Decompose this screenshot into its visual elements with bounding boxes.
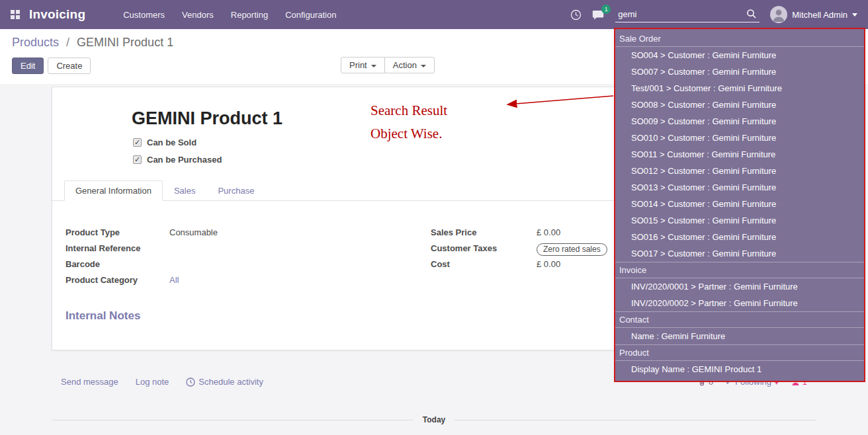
nav-menu: Customers Vendors Reporting Configuratio… bbox=[114, 1, 345, 28]
search-result-item[interactable]: Test/001 > Customer : Gemini Furniture bbox=[615, 80, 864, 97]
product-type-value: Consumable bbox=[169, 227, 218, 237]
schedule-activity-button[interactable]: Schedule activity bbox=[186, 377, 263, 387]
divider-line bbox=[52, 420, 413, 420]
action-buttons: Print Action bbox=[341, 57, 435, 73]
user-name: Mitchell Admin bbox=[792, 10, 847, 20]
search-result-item[interactable]: SO016 > Customer : Gemini Furniture bbox=[615, 229, 864, 245]
menu-vendors[interactable]: Vendors bbox=[173, 1, 222, 28]
can-be-purchased-label: Can be Purchased bbox=[147, 155, 222, 165]
search-result-item[interactable]: SO014 > Customer : Gemini Furniture bbox=[615, 196, 864, 212]
search-result-item[interactable]: Name : Gemini Furniture bbox=[615, 328, 864, 344]
sales-price-value: £ 0.00 bbox=[537, 227, 560, 237]
field-group-left: Product Type Consumable Internal Referen… bbox=[65, 227, 431, 291]
search-results-dropdown: Sale Order SO004 > Customer : Gemini Fur… bbox=[614, 28, 865, 382]
breadcrumb-current: GEMINI Product 1 bbox=[77, 36, 173, 49]
user-menu[interactable]: Mitchell Admin bbox=[770, 6, 857, 23]
today-divider: Today bbox=[52, 415, 816, 424]
search-result-item[interactable]: SO010 > Customer : Gemini Furniture bbox=[615, 130, 864, 146]
field-product-category: Product Category All bbox=[65, 275, 431, 288]
apps-menu-icon[interactable] bbox=[11, 10, 20, 19]
search-result-item[interactable]: SO009 > Customer : Gemini Furniture bbox=[615, 113, 864, 130]
tab-general-information[interactable]: General Information bbox=[64, 180, 163, 201]
search-result-item[interactable]: SO011 > Customer : Gemini Furniture bbox=[615, 146, 864, 163]
annotation-arrow-icon bbox=[499, 91, 617, 112]
create-button[interactable]: Create bbox=[48, 58, 91, 74]
send-message-button[interactable]: Send message bbox=[61, 377, 118, 387]
can-be-sold-label: Can be Sold bbox=[147, 138, 196, 147]
top-navbar: Invoicing Customers Vendors Reporting Co… bbox=[0, 0, 868, 29]
action-dropdown-button[interactable]: Action bbox=[384, 57, 435, 73]
annotation-text: Search Result Object Wise. bbox=[370, 99, 447, 145]
search-result-item[interactable]: SO007 > Customer : Gemini Furniture bbox=[615, 63, 864, 80]
search-group-product: Product Display Name : GEMINI Product 1 bbox=[615, 344, 864, 377]
search-group-sale-order: Sale Order SO004 > Customer : Gemini Fur… bbox=[615, 31, 864, 262]
cost-value: £ 0.00 bbox=[537, 259, 560, 269]
messages-badge: 1 bbox=[601, 5, 611, 14]
chevron-down-icon bbox=[371, 65, 376, 67]
search-result-item[interactable]: Display Name : GEMINI Product 1 bbox=[615, 361, 864, 377]
search-result-item[interactable]: SO004 > Customer : Gemini Furniture bbox=[615, 47, 864, 63]
customer-tax-tag: Zero rated sales bbox=[537, 243, 607, 256]
activities-clock-icon[interactable] bbox=[570, 9, 582, 20]
search-group-invoice: Invoice INV/2020/0001 > Partner : Gemini… bbox=[615, 262, 864, 311]
navbar-search bbox=[615, 7, 760, 22]
search-result-item[interactable]: INV/2020/0002 > Partner : Gemini Furnitu… bbox=[615, 295, 864, 311]
chevron-down-icon bbox=[421, 65, 426, 67]
menu-customers[interactable]: Customers bbox=[114, 1, 173, 28]
edit-button[interactable]: Edit bbox=[12, 58, 44, 74]
can-be-purchased-checkbox[interactable]: ✓ bbox=[133, 155, 142, 164]
clock-icon bbox=[186, 377, 195, 387]
divider-line bbox=[455, 420, 816, 420]
search-result-item[interactable]: SO012 > Customer : Gemini Furniture bbox=[615, 163, 864, 179]
can-be-sold-checkbox[interactable]: ✓ bbox=[133, 138, 142, 147]
search-icon[interactable] bbox=[746, 9, 757, 21]
menu-configuration[interactable]: Configuration bbox=[277, 1, 345, 28]
messages-icon[interactable]: 1 bbox=[592, 9, 605, 20]
search-group-header: Product bbox=[615, 345, 864, 361]
menu-reporting[interactable]: Reporting bbox=[222, 1, 277, 28]
tab-sales[interactable]: Sales bbox=[163, 180, 207, 201]
search-input[interactable] bbox=[615, 7, 760, 22]
app-name[interactable]: Invoicing bbox=[29, 7, 85, 22]
navbar-right: 1 Mitchell Admin bbox=[570, 6, 857, 23]
field-product-type: Product Type Consumable bbox=[65, 227, 431, 240]
breadcrumb-products-link[interactable]: Products bbox=[12, 36, 59, 49]
chevron-down-icon bbox=[852, 13, 857, 17]
product-category-link[interactable]: All bbox=[169, 275, 179, 285]
search-result-item[interactable]: SO013 > Customer : Gemini Furniture bbox=[615, 179, 864, 196]
field-barcode: Barcode bbox=[65, 259, 431, 272]
search-group-header: Invoice bbox=[615, 262, 864, 278]
tab-purchase[interactable]: Purchase bbox=[206, 180, 265, 201]
search-group-header: Sale Order bbox=[615, 31, 864, 47]
search-result-item[interactable]: SO015 > Customer : Gemini Furniture bbox=[615, 212, 864, 229]
search-result-item[interactable]: INV/2020/0001 > Partner : Gemini Furnitu… bbox=[615, 278, 864, 295]
search-group-contact: Contact Name : Gemini Furniture bbox=[615, 311, 864, 344]
user-avatar bbox=[770, 6, 787, 23]
search-result-item[interactable]: SO017 > Customer : Gemini Furniture bbox=[615, 245, 864, 262]
breadcrumb-separator: / bbox=[66, 36, 69, 49]
search-result-item[interactable]: SO008 > Customer : Gemini Furniture bbox=[615, 97, 864, 113]
print-dropdown-button[interactable]: Print bbox=[341, 57, 385, 73]
today-label: Today bbox=[423, 415, 445, 424]
search-group-header: Contact bbox=[615, 312, 864, 328]
field-internal-reference: Internal Reference bbox=[65, 243, 431, 256]
log-note-button[interactable]: Log note bbox=[136, 377, 169, 387]
